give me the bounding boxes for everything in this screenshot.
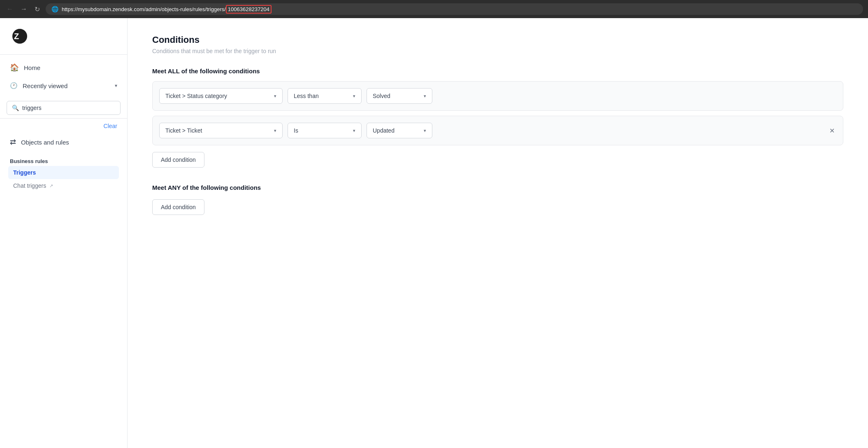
- recently-viewed-label: Recently viewed: [23, 82, 67, 89]
- add-condition-label: Add condition: [161, 156, 196, 163]
- search-icon: 🔍: [12, 105, 19, 111]
- search-input-wrapper[interactable]: 🔍: [7, 101, 121, 115]
- triggers-label: Triggers: [13, 169, 36, 176]
- condition1-operator-label: Less than: [294, 93, 319, 99]
- sidebar-item-triggers[interactable]: Triggers: [8, 166, 119, 179]
- clear-button[interactable]: Clear: [100, 121, 121, 131]
- sidebar-home-label: Home: [24, 64, 40, 71]
- clock-icon: 🕐: [10, 82, 18, 89]
- condition2-operator-label: Is: [294, 127, 298, 134]
- condition1-operator-select[interactable]: Less than ▾: [288, 88, 362, 104]
- home-icon: 🏠: [10, 63, 19, 72]
- main-content: Conditions Conditions that must be met f…: [128, 18, 868, 448]
- address-bar[interactable]: 🌐 https://mysubdomain.zendesk.com/admin/…: [46, 3, 863, 15]
- meet-any-section: Meet ANY of the following conditions Add…: [152, 184, 843, 215]
- sidebar-item-objects-rules[interactable]: ⇄ Objects and rules: [0, 133, 127, 152]
- condition1-value-label: Solved: [373, 93, 390, 99]
- clear-button-section: Clear: [0, 119, 127, 133]
- refresh-button[interactable]: ↻: [33, 4, 42, 15]
- back-button[interactable]: ←: [5, 4, 15, 14]
- svg-text:Z: Z: [14, 32, 19, 41]
- remove-condition2-button[interactable]: ✕: [828, 125, 836, 136]
- meet-any-heading: Meet ANY of the following conditions: [152, 184, 843, 191]
- meet-all-heading: Meet ALL of the following conditions: [152, 68, 843, 75]
- sidebar-item-recently-viewed[interactable]: 🕐 Recently viewed ▾: [0, 77, 127, 94]
- url-highlight: 10063628237204: [226, 5, 272, 14]
- chevron-down-icon: ▾: [274, 93, 276, 99]
- app-layout: Z 🏠 Home 🕐 Recently viewed ▾ 🔍 Clear: [0, 18, 868, 448]
- meet-all-section: Meet ALL of the following conditions Tic…: [152, 68, 843, 168]
- objects-rules-icon: ⇄: [10, 138, 16, 147]
- chevron-down-icon: ▾: [424, 93, 426, 99]
- zendesk-logo-icon: Z: [10, 26, 30, 46]
- sidebar-navigation: 🏠 Home 🕐 Recently viewed ▾: [0, 55, 127, 98]
- condition2-value-label: Updated: [373, 127, 395, 134]
- chevron-down-icon: ▾: [424, 128, 426, 133]
- condition2-field-label: Ticket > Ticket: [165, 127, 202, 134]
- sidebar-search-section: 🔍: [0, 98, 127, 119]
- condition1-field-label: Ticket > Status category: [165, 93, 227, 99]
- browser-chrome: ← → ↻ 🌐 https://mysubdomain.zendesk.com/…: [0, 0, 868, 18]
- conditions-subtitle: Conditions that must be met for the trig…: [152, 48, 843, 54]
- condition1-field-select[interactable]: Ticket > Status category ▾: [159, 88, 283, 104]
- external-link-icon: ↗: [49, 183, 53, 189]
- chat-triggers-label: Chat triggers: [13, 182, 46, 189]
- forward-button[interactable]: →: [19, 4, 29, 14]
- search-input[interactable]: [22, 105, 115, 111]
- condition2-value-select[interactable]: Updated ▾: [367, 123, 432, 138]
- condition-row-2: Ticket > Ticket ▾ Is ▾ Updated ▾ ✕: [152, 116, 843, 145]
- condition2-operator-select[interactable]: Is ▾: [288, 123, 362, 138]
- sidebar-item-chat-triggers[interactable]: Chat triggers ↗: [8, 179, 119, 192]
- chevron-down-icon: ▾: [115, 83, 117, 89]
- conditions-title: Conditions: [152, 35, 843, 45]
- sidebar-item-home[interactable]: 🏠 Home: [0, 58, 127, 77]
- sidebar-logo: Z: [0, 18, 127, 55]
- chevron-down-icon: ▾: [353, 128, 355, 133]
- globe-icon: 🌐: [51, 6, 58, 12]
- condition-row-1: Ticket > Status category ▾ Less than ▾ S…: [152, 81, 843, 111]
- chevron-down-icon: ▾: [353, 93, 355, 99]
- condition1-value-select[interactable]: Solved ▾: [367, 88, 432, 104]
- url-text: https://mysubdomain.zendesk.com/admin/ob…: [62, 6, 272, 12]
- condition2-field-select[interactable]: Ticket > Ticket ▾: [159, 123, 283, 138]
- objects-rules-label: Objects and rules: [21, 139, 69, 146]
- add-condition-button-any[interactable]: Add condition: [152, 199, 204, 215]
- chevron-down-icon: ▾: [274, 128, 276, 133]
- add-condition-any-label: Add condition: [161, 204, 196, 210]
- business-rules-section: Business rules Triggers Chat triggers ↗: [0, 152, 127, 196]
- add-condition-button-all[interactable]: Add condition: [152, 152, 204, 168]
- business-rules-title: Business rules: [10, 158, 117, 164]
- sidebar: Z 🏠 Home 🕐 Recently viewed ▾ 🔍 Clear: [0, 18, 128, 448]
